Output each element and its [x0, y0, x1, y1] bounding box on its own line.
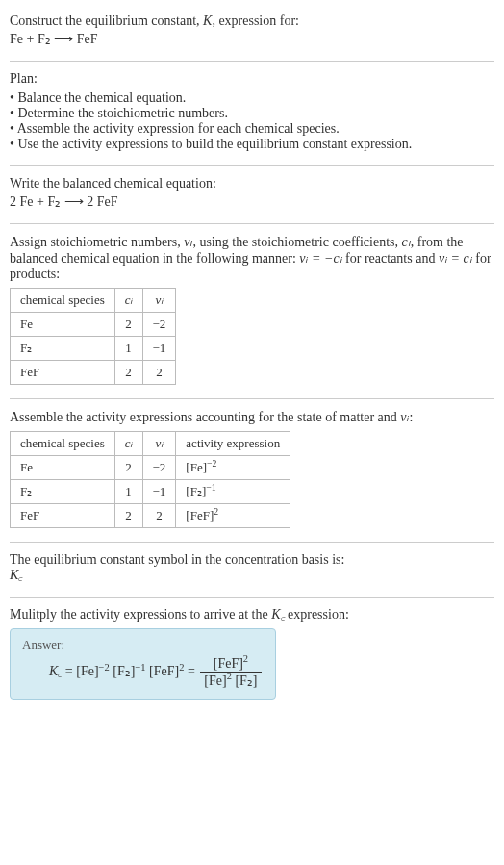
- act-exp: −1: [206, 482, 215, 493]
- symbol-section: The equilibrium constant symbol in the c…: [10, 547, 494, 593]
- answer-expression: K꜀ = [Fe]−2 [F₂]−1 [FeF]2 = [FeF]2 [Fe]2…: [22, 656, 264, 689]
- act-exp: −2: [207, 458, 216, 469]
- stoich-section: Assign stoichiometric numbers, νᵢ, using…: [10, 228, 494, 394]
- divider: [10, 542, 494, 543]
- cell-species: F₂: [11, 337, 115, 361]
- multiply-section: Mulitply the activity expressions to arr…: [10, 601, 494, 709]
- intro-section: Construct the equilibrium constant, K, e…: [10, 8, 494, 57]
- term-base: [Fe]: [204, 674, 226, 688]
- table-header-row: chemical species cᵢ νᵢ activity expressi…: [11, 432, 290, 456]
- col-species: chemical species: [11, 289, 115, 313]
- term-base: [FeF]: [149, 664, 179, 678]
- plan-list: Balance the chemical equation. Determine…: [10, 90, 494, 152]
- table-row: F₂ 1 −1: [11, 337, 176, 361]
- term-exp: 2: [227, 671, 232, 681]
- balanced-section: Write the balanced chemical equation: 2 …: [10, 170, 494, 219]
- plan-item: Assemble the activity expression for eac…: [10, 121, 494, 137]
- cell-ci: 1: [114, 480, 142, 504]
- answer-box: Answer: K꜀ = [Fe]−2 [F₂]−1 [FeF]2 = [FeF…: [10, 628, 276, 700]
- kc-symbol: K꜀: [10, 568, 494, 583]
- cell-nu: −1: [142, 480, 176, 504]
- relation: νᵢ = cᵢ: [439, 251, 472, 266]
- term-base: [F₂]: [235, 674, 257, 688]
- cell-nu: −2: [142, 313, 176, 337]
- nu-symbol: νᵢ: [400, 410, 409, 424]
- symbol-heading: The equilibrium constant symbol in the c…: [10, 552, 494, 568]
- cell-nu: −2: [142, 456, 176, 480]
- term-base: [FeF]: [214, 656, 243, 671]
- relation: νᵢ = −cᵢ: [299, 251, 341, 266]
- fraction: [FeF]2 [Fe]2 [F₂]: [200, 656, 261, 689]
- act-exp: 2: [214, 506, 218, 517]
- activity-table: chemical species cᵢ νᵢ activity expressi…: [10, 431, 290, 528]
- cell-activity: [F₂]−1: [176, 480, 290, 504]
- text: expression:: [285, 607, 349, 622]
- cell-ci: 2: [114, 456, 142, 480]
- cell-ci: 2: [114, 504, 142, 528]
- cell-nu: 2: [142, 504, 176, 528]
- cell-nu: −1: [142, 337, 176, 361]
- term-exp: 2: [243, 653, 248, 664]
- col-nu: νᵢ: [142, 432, 176, 456]
- cell-species: FeF: [11, 361, 115, 385]
- balanced-heading: Write the balanced chemical equation:: [10, 176, 494, 191]
- term-base: [F₂]: [113, 664, 135, 678]
- cell-nu: 2: [142, 361, 176, 385]
- cell-species: Fe: [11, 456, 115, 480]
- cell-species: F₂: [11, 480, 115, 504]
- plan-heading: Plan:: [10, 71, 494, 87]
- cell-species: FeF: [11, 504, 115, 528]
- balanced-equation: 2 Fe + F₂ ⟶ 2 FeF: [10, 193, 494, 210]
- divider: [10, 165, 494, 166]
- multiply-heading: Mulitply the activity expressions to arr…: [10, 607, 494, 623]
- cell-species: Fe: [11, 313, 115, 337]
- cell-activity: [Fe]−2: [176, 456, 290, 480]
- ci-symbol: cᵢ: [402, 235, 411, 249]
- plan-section: Plan: Balance the chemical equation. Det…: [10, 65, 494, 162]
- term-base: [Fe]: [76, 664, 98, 678]
- divider: [10, 61, 494, 62]
- col-activity: activity expression: [176, 432, 290, 456]
- stoich-table: chemical species cᵢ νᵢ Fe 2 −2 F₂ 1 −1 F…: [10, 288, 176, 385]
- kc-symbol: K꜀: [271, 607, 284, 622]
- cell-ci: 2: [114, 313, 142, 337]
- act-base: [FeF]: [186, 508, 214, 522]
- plan-item: Determine the stoichiometric numbers.: [10, 106, 494, 121]
- table-row: FeF 2 2: [11, 361, 176, 385]
- text: :: [410, 410, 414, 424]
- answer-label: Answer:: [22, 637, 264, 652]
- denominator: [Fe]2 [F₂]: [200, 673, 261, 689]
- equals: =: [62, 664, 76, 678]
- plan-item: Use the activity expressions to build th…: [10, 137, 494, 152]
- activity-section: Assemble the activity expressions accoun…: [10, 403, 494, 538]
- cell-ci: 1: [114, 337, 142, 361]
- table-header-row: chemical species cᵢ νᵢ: [11, 289, 176, 313]
- col-ci: cᵢ: [114, 289, 142, 313]
- divider: [10, 398, 494, 399]
- table-row: Fe 2 −2 [Fe]−2: [11, 456, 290, 480]
- intro-line1: Construct the equilibrium constant, K, e…: [10, 13, 494, 29]
- text: Assign stoichiometric numbers,: [10, 235, 184, 249]
- table-row: F₂ 1 −1 [F₂]−1: [11, 480, 290, 504]
- intro-equation: Fe + F₂ ⟶ FeF: [10, 31, 494, 47]
- table-row: Fe 2 −2: [11, 313, 176, 337]
- text: Mulitply the activity expressions to arr…: [10, 607, 271, 622]
- col-species: chemical species: [11, 432, 115, 456]
- divider: [10, 223, 494, 224]
- cell-ci: 2: [114, 361, 142, 385]
- act-base: [Fe]: [186, 460, 207, 474]
- activity-heading: Assemble the activity expressions accoun…: [10, 409, 494, 425]
- term-exp: −1: [135, 662, 145, 673]
- text: Assemble the activity expressions accoun…: [10, 410, 400, 424]
- cell-activity: [FeF]2: [176, 504, 290, 528]
- col-ci: cᵢ: [114, 432, 142, 456]
- stoich-text: Assign stoichiometric numbers, νᵢ, using…: [10, 234, 494, 282]
- equals: =: [184, 664, 198, 678]
- divider: [10, 597, 494, 598]
- text: for reactants and: [342, 251, 439, 266]
- kc-symbol: K꜀: [49, 664, 62, 678]
- table-row: FeF 2 2 [FeF]2: [11, 504, 290, 528]
- act-base: [F₂]: [186, 484, 206, 498]
- term-exp: −2: [99, 662, 110, 673]
- col-nu: νᵢ: [142, 289, 176, 313]
